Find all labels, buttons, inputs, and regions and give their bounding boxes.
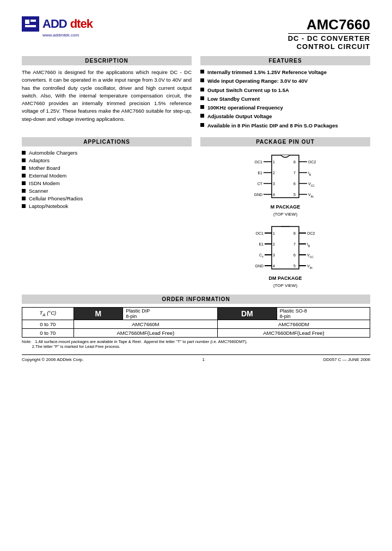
svg-rect-2 <box>30 20 36 22</box>
app-text: Scanner <box>29 188 48 194</box>
order-table-m-header: M <box>74 308 123 320</box>
order-table-dm-sub: Plastic SO-88-pin <box>277 308 370 320</box>
logo-website: www.addmtek.com <box>42 33 93 38</box>
order-table: TA (°C) M Plastic DIP8-pin DM Plastic SO… <box>22 307 370 338</box>
bullet-icon <box>200 70 204 74</box>
footer-copyright: Copyright © 2006 ADDtek Corp. <box>22 357 84 362</box>
app-text: ISDN Modem <box>29 180 60 186</box>
logo-area: ADDdtek www.addmtek.com <box>22 16 93 38</box>
bullet-icon <box>22 151 26 155</box>
svg-text:E1: E1 <box>258 171 262 175</box>
footer: Copyright © 2006 ADDtek Corp. 1 DD057 C … <box>22 354 370 362</box>
package-diagram: OC1 1 E1 2 CT 3 GND <box>200 150 370 288</box>
list-item: Laptop/Notebook <box>22 203 192 209</box>
order-temp-1: 0 to 70 <box>22 320 74 329</box>
feature-text: Available in 8 Pin Plastic DIP and 8 Pin… <box>207 122 338 129</box>
svg-text:OC1: OC1 <box>255 160 263 164</box>
svg-text:7: 7 <box>293 242 296 246</box>
list-item: 100KHz operational Frequency <box>200 104 370 111</box>
svg-rect-3 <box>25 25 36 27</box>
svg-text:4: 4 <box>273 193 275 197</box>
app-text: External Modem <box>29 173 66 179</box>
package-header: Package Pin Out <box>200 137 370 146</box>
svg-text:VIN: VIN <box>308 193 314 198</box>
bullet-icon <box>22 174 26 177</box>
feature-text: Adjustable Output Voltage <box>207 113 272 120</box>
app-text: Laptop/Notebook <box>29 203 68 209</box>
svg-text:4: 4 <box>273 264 275 268</box>
list-item: Available in 8 Pin Plastic DIP and 8 Pin… <box>200 122 370 129</box>
feature-text: Output Switch Current up to 1.5A <box>207 87 289 94</box>
feature-text: Wide Input Operating Range: 3.0V to 40V <box>207 77 308 84</box>
dm-package-block: OC1 1 E1 2 CT 3 GND 4 <box>242 221 329 288</box>
order-note: Note: 1.All surface-mount packages are a… <box>22 339 370 349</box>
chip-subtitle-line1: DC - DC Converter <box>288 34 370 42</box>
order-part-m1: AMC7660M <box>74 320 217 329</box>
m-package-svg: OC1 1 E1 2 CT 3 GND <box>242 150 329 204</box>
table-row: 0 to 70 AMC7660MF(Lead Free) AMC7660DMF(… <box>22 329 370 338</box>
svg-text:2: 2 <box>273 171 275 175</box>
svg-text:IB: IB <box>308 171 311 176</box>
package-col: Package Pin Out OC1 <box>200 137 370 288</box>
applications-list: Automobile Chargers Adaptors Mother Boar… <box>22 150 192 209</box>
app-text: Adaptors <box>29 157 50 163</box>
app-text: Mother Board <box>29 165 60 171</box>
order-part-dm2: AMC7660DMF(Lead Free) <box>218 329 370 338</box>
feature-text: 100KHz operational Frequency <box>207 104 283 111</box>
chip-title: AMC7660 <box>288 16 370 33</box>
svg-text:OC1: OC1 <box>256 231 264 235</box>
list-item: Output Switch Current up to 1.5A <box>200 87 370 94</box>
title-area: AMC7660 DC - DC Converter Control Circui… <box>288 16 370 51</box>
order-part-dm1: AMC7660DM <box>218 320 370 329</box>
svg-text:3: 3 <box>273 253 275 257</box>
features-col: Features Internally trimmed 1.5% 1.25V R… <box>200 56 370 131</box>
footer-page: 1 <box>202 357 204 362</box>
svg-text:7: 7 <box>293 171 296 175</box>
svg-text:VCC: VCC <box>308 182 315 187</box>
svg-text:IB: IB <box>307 242 310 248</box>
bullet-icon <box>22 158 26 162</box>
svg-text:8: 8 <box>293 231 296 235</box>
bullet-icon <box>200 114 204 118</box>
bullet-icon <box>22 204 26 208</box>
table-row: 0 to 70 AMC7660M AMC7660DM <box>22 320 370 329</box>
list-item: Cellular Phones/Radios <box>22 195 192 201</box>
svg-text:CT: CT <box>259 253 264 259</box>
app-text: Cellular Phones/Radios <box>29 195 83 201</box>
logo-text-dtek: dtek <box>70 17 93 31</box>
svg-rect-1 <box>25 20 29 24</box>
desc-features-section: Description The AMC7660 is designed for … <box>22 56 370 131</box>
bullet-icon <box>200 78 204 82</box>
list-item: Mother Board <box>22 165 192 171</box>
footer-docnum: DD057 C — JUNE 2006 <box>323 357 370 362</box>
description-header: Description <box>22 56 192 65</box>
features-list: Internally trimmed 1.5% 1.25V Reference … <box>200 69 370 129</box>
feature-text: Low Standby Current <box>207 95 260 102</box>
applications-col: Applications Automobile Chargers Adaptor… <box>22 137 192 288</box>
bullet-icon <box>200 88 204 91</box>
dm-package-label: DM PACKAGE <box>269 276 302 281</box>
svg-text:1: 1 <box>273 160 275 164</box>
dm-package-view: (TOP VIEW) <box>273 283 297 288</box>
svg-text:VCC: VCC <box>307 253 314 259</box>
applications-header: Applications <box>22 137 192 146</box>
features-header: Features <box>200 56 370 65</box>
svg-text:GND: GND <box>255 264 264 268</box>
order-temp-2: 0 to 70 <box>22 329 74 338</box>
bullet-icon <box>22 181 26 185</box>
bullet-icon <box>22 197 26 200</box>
list-item: Wide Input Operating Range: 3.0V to 40V <box>200 77 370 84</box>
dm-package-svg: OC1 1 E1 2 CT 3 GND 4 <box>242 221 329 276</box>
m-package-label: M PACKAGE <box>271 204 300 210</box>
svg-text:CT: CT <box>258 182 263 186</box>
list-item: Adaptors <box>22 157 192 163</box>
description-text: The AMC7660 is designed for the applicat… <box>22 69 192 123</box>
order-header: Order Information <box>22 295 370 304</box>
note-text-2: 2.The letter "F" is marked for Lead Free… <box>22 344 120 349</box>
svg-text:OC2: OC2 <box>307 231 315 235</box>
bullet-icon <box>22 166 26 170</box>
list-item: External Modem <box>22 173 192 179</box>
svg-text:VIN: VIN <box>307 264 313 270</box>
order-table-ta-header: TA (°C) <box>22 308 74 320</box>
svg-text:GND: GND <box>254 193 262 197</box>
